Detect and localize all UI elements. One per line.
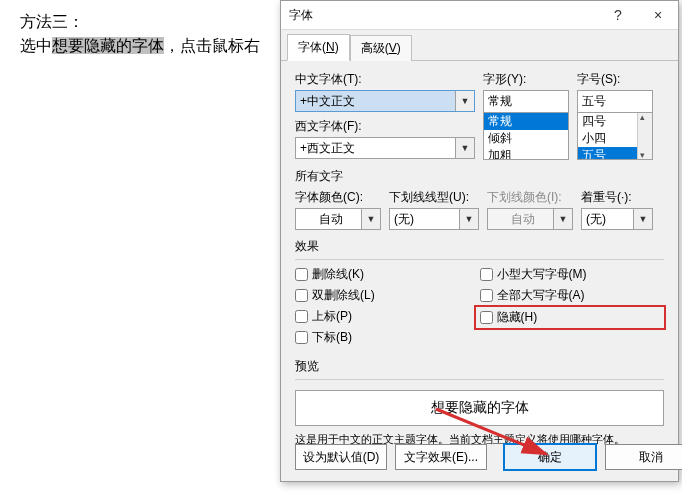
dialog-title: 字体 — [289, 7, 598, 24]
set-default-button[interactable]: 设为默认值(D) — [295, 444, 387, 470]
checkbox-superscript[interactable]: 上标(P) — [295, 308, 480, 325]
underline-style-label: 下划线线型(U): — [389, 189, 479, 206]
scrollbar[interactable] — [637, 113, 652, 159]
dialog-content: 中文字体(T): +中文正文 ▼ 西文字体(F): +西文正文 ▼ 字形(Y):… — [281, 61, 678, 453]
underline-color-label: 下划线颜色(I): — [487, 189, 573, 206]
all-chars-label: 所有文字 — [295, 168, 664, 185]
text-effects-button[interactable]: 文字效果(E)... — [395, 444, 487, 470]
highlight-box: 隐藏(H) — [474, 305, 667, 330]
tab-font[interactable]: 字体(N) — [287, 34, 350, 61]
chevron-down-icon: ▼ — [455, 91, 474, 111]
ok-button[interactable]: 确定 — [503, 443, 597, 471]
font-dialog: 字体 ? × 字体(N) 高级(V) 中文字体(T): +中文正文 ▼ 西文字体… — [280, 0, 679, 482]
chevron-down-icon: ▼ — [361, 209, 380, 229]
font-color-combo[interactable]: 自动 ▼ — [295, 208, 381, 230]
chevron-down-icon: ▼ — [633, 209, 652, 229]
list-item[interactable]: 加粗 — [484, 147, 568, 160]
checkbox-double-strike[interactable]: 双删除线(L) — [295, 287, 480, 304]
document-background-text: 方法三： 选中想要隐藏的字体，点击鼠标右 — [20, 10, 260, 58]
cancel-button[interactable]: 取消 — [605, 444, 682, 470]
button-bar: 设为默认值(D) 文字效果(E)... 确定 取消 — [295, 443, 664, 471]
checkbox-smallcaps[interactable]: 小型大写字母(M) — [480, 266, 665, 283]
font-color-label: 字体颜色(C): — [295, 189, 381, 206]
list-item[interactable]: 常规 — [484, 113, 568, 130]
checkbox-strike[interactable]: 删除线(K) — [295, 266, 480, 283]
effects-group: 删除线(K) 双删除线(L) 上标(P) 下标(B) 小型大写字母(M) 全部大… — [295, 259, 664, 350]
chevron-down-icon: ▼ — [459, 209, 478, 229]
font-size-label: 字号(S): — [577, 71, 653, 88]
preview-text: 想要隐藏的字体 — [431, 399, 529, 417]
font-style-input[interactable]: 常规 — [483, 90, 569, 112]
font-size-input[interactable]: 五号 — [577, 90, 653, 112]
tab-strip: 字体(N) 高级(V) — [281, 34, 678, 61]
chevron-down-icon: ▼ — [455, 138, 474, 158]
preview-label: 预览 — [295, 358, 664, 375]
preview-box: 想要隐藏的字体 — [295, 390, 664, 426]
list-item[interactable]: 倾斜 — [484, 130, 568, 147]
tab-advanced[interactable]: 高级(V) — [350, 35, 412, 61]
emphasis-combo[interactable]: (无) ▼ — [581, 208, 653, 230]
help-button[interactable]: ? — [598, 1, 638, 29]
chevron-down-icon: ▼ — [553, 209, 572, 229]
checkbox-hidden[interactable]: 隐藏(H) — [480, 309, 661, 326]
bg-line-1: 方法三： — [20, 10, 260, 34]
preview-group: 想要隐藏的字体 这是用于中文的正文主题字体。当前文档主题定义将使用哪种字体。 — [295, 379, 664, 447]
font-style-label: 字形(Y): — [483, 71, 569, 88]
cjk-font-label: 中文字体(T): — [295, 71, 475, 88]
font-size-list[interactable]: 四号 小四 五号 — [577, 112, 653, 160]
font-style-list[interactable]: 常规 倾斜 加粗 — [483, 112, 569, 160]
emphasis-label: 着重号(·): — [581, 189, 653, 206]
cjk-font-combo[interactable]: +中文正文 ▼ — [295, 90, 475, 112]
checkbox-allcaps[interactable]: 全部大写字母(A) — [480, 287, 665, 304]
latin-font-label: 西文字体(F): — [295, 118, 475, 135]
bg-line-2: 选中想要隐藏的字体，点击鼠标右 — [20, 34, 260, 58]
underline-style-combo[interactable]: (无) ▼ — [389, 208, 479, 230]
effects-label: 效果 — [295, 238, 664, 255]
bg-selected-text: 想要隐藏的字体 — [52, 37, 164, 54]
titlebar: 字体 ? × — [281, 1, 678, 30]
underline-color-combo: 自动 ▼ — [487, 208, 573, 230]
checkbox-subscript[interactable]: 下标(B) — [295, 329, 480, 346]
latin-font-combo[interactable]: +西文正文 ▼ — [295, 137, 475, 159]
close-button[interactable]: × — [638, 1, 678, 29]
